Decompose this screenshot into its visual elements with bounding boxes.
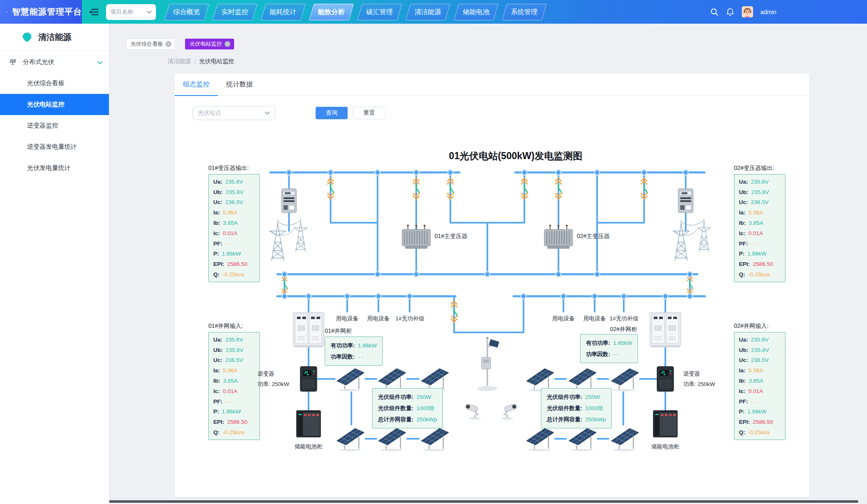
measure-value: -0.25kva	[748, 271, 770, 278]
measure-row: Ic: 0.01A	[734, 388, 785, 394]
measure-label: Ua:	[739, 337, 748, 343]
info-value: 250W	[585, 391, 600, 403]
close-icon[interactable]: ×	[225, 41, 230, 47]
measure-row: Ic: 0.01A	[209, 388, 259, 394]
info-value: 250kWp	[585, 414, 606, 425]
station-select-placeholder: 光伏站点	[198, 109, 221, 117]
view-tag[interactable]: 光伏电站监控 ×	[185, 39, 234, 49]
content-tabbar: 组态监控 统计数据	[175, 74, 809, 96]
measure-row: PF: - -	[734, 241, 785, 247]
nav-tab[interactable]: 综合概览	[164, 4, 209, 20]
pv-station-diagram: 01光伏电站(500kW)发电监测图 01#变压器输出: Ua: 235.6V	[185, 150, 809, 459]
nav-tab[interactable]: 能耗统计	[261, 4, 305, 20]
measure-label: P:	[739, 408, 745, 415]
measure-value: 235.6V	[225, 337, 243, 343]
panel-title: 01#并网输入:	[208, 322, 260, 330]
inverter01-label: 逆变器 功率: 250kW	[257, 369, 289, 390]
breadcrumb-parent[interactable]: 清洁能源	[168, 58, 191, 65]
info-label: 总计并网容量:	[378, 414, 414, 425]
info-row: 有功功率: 1.85kW	[586, 337, 632, 349]
query-button[interactable]: 查询	[316, 107, 348, 119]
measure-value: 2586.50	[227, 261, 247, 267]
app-title: 智慧能源管理平台	[12, 6, 82, 17]
measure-row: Ub: 235.8V	[209, 189, 259, 195]
breadcrumb-separator: /	[194, 58, 196, 65]
measure-row: Ia: 5.36A	[209, 367, 259, 374]
search-icon[interactable]	[710, 8, 719, 16]
measure-label: Ib:	[739, 378, 746, 384]
sidebar-group-pv[interactable]: 分布式光伏	[0, 51, 109, 73]
measure-row: Uc: 236.5V	[734, 357, 785, 363]
notification-bell-icon[interactable]	[726, 7, 734, 16]
nav-tab[interactable]: 清洁能源	[405, 4, 450, 20]
view-tag[interactable]: 光伏综合看板 ×	[126, 39, 175, 49]
measure-row: Ib: 3.85A	[734, 378, 785, 384]
app-root: 智慧能源管理平台 项目名称 综合概览 实时监控	[0, 0, 867, 504]
measure-value: 235.8V	[751, 189, 769, 195]
measure-value: 1.86kW	[748, 408, 767, 415]
sidebar-collapse-icon[interactable]	[89, 8, 99, 16]
inverter-power: 功率: 250kW	[257, 379, 289, 390]
measure-label: PF:	[739, 398, 748, 405]
nav-tab[interactable]: 储能电池	[454, 4, 498, 20]
measure-row: Ub: 235.8V	[209, 347, 259, 353]
info-value: 1000组	[417, 403, 435, 414]
diagram-title: 01光伏电站(500kW)发电监测图	[185, 150, 809, 162]
battery-cabinet02-label: 储能电池柜	[647, 443, 684, 450]
measure-label: EPI:	[739, 261, 750, 267]
info-row: 总计并网容量: 250kWp	[378, 414, 437, 425]
nav-tab[interactable]: 碳汇管理	[357, 4, 402, 20]
project-select[interactable]: 项目名称	[106, 4, 156, 20]
measure-label: Ub:	[213, 189, 223, 195]
nav-tab[interactable]: 能效分析	[309, 4, 353, 20]
info-label: 功率因数:	[331, 351, 355, 362]
location-pin-icon	[22, 31, 32, 44]
nav-tab[interactable]: 实时监控	[212, 4, 257, 20]
nav-tab[interactable]: 系统管理	[502, 4, 546, 20]
horizontal-scrollbar-track[interactable]	[0, 498, 867, 504]
chevron-down-icon	[147, 10, 152, 14]
measure-row: EPI: 2586.50	[209, 261, 259, 267]
measure-label: Ua:	[739, 179, 748, 185]
project-select-placeholder: 项目名称	[110, 8, 133, 16]
measure-label: Ic:	[213, 388, 220, 394]
measure-value: 5.36A	[223, 209, 237, 216]
measure-value: 3.85A	[749, 378, 763, 384]
horizontal-scrollbar-thumb[interactable]	[6, 500, 858, 503]
content-tab[interactable]: 统计数据	[218, 73, 261, 96]
content-tab[interactable]: 组态监控	[175, 73, 218, 96]
sidebar-item[interactable]: 光伏发电量统计	[0, 157, 109, 179]
info-label: 光伏组件数量:	[378, 403, 414, 414]
sidebar-item[interactable]: 光伏综合看板	[0, 73, 109, 94]
grid-cabinet-01-icon	[293, 312, 324, 347]
diagram-canvas	[185, 150, 809, 459]
measure-label: Uc:	[739, 357, 748, 363]
close-icon[interactable]: ×	[165, 41, 171, 47]
load-label: 用电设备	[364, 315, 393, 322]
info-row: 功率因数: - -	[586, 349, 632, 360]
measure-value: -0.25kva	[748, 429, 770, 435]
measure-row: Q: -0.25kva	[734, 429, 785, 435]
sidebar-item[interactable]: 逆变器发电量统计	[0, 136, 109, 157]
reset-button[interactable]: 重置	[353, 107, 386, 119]
measure-row: P: 1.86kW	[209, 251, 259, 257]
grid-cabinet02-box: 有功功率: 1.85kW 功率因数: - -	[580, 334, 638, 363]
inverter-01-icon	[300, 366, 317, 391]
info-row: 光伏组件功率: 250W	[547, 391, 606, 403]
measure-row: Uc: 236.5V	[734, 199, 785, 205]
info-label: 光伏组件功率:	[378, 391, 414, 403]
measure-label: P:	[213, 251, 219, 257]
sidebar-item[interactable]: 光伏电站监控	[0, 94, 109, 115]
measure-row: Uc: 236.5V	[209, 357, 259, 363]
measure-row: Ua: 235.6V	[734, 337, 785, 343]
sidebar-item[interactable]: 逆变器监控	[0, 115, 109, 136]
username[interactable]: admin	[761, 9, 776, 15]
measure-value: - -	[225, 241, 231, 247]
nav-tab-label: 综合概览	[173, 7, 200, 16]
measure-label: Q:	[739, 429, 745, 435]
measure-value: 3.85A	[223, 378, 238, 384]
measure-value: 235.8V	[751, 347, 769, 353]
measure-label: Uc:	[739, 199, 748, 205]
station-select[interactable]: 光伏站点	[193, 106, 275, 120]
avatar[interactable]	[742, 6, 753, 17]
